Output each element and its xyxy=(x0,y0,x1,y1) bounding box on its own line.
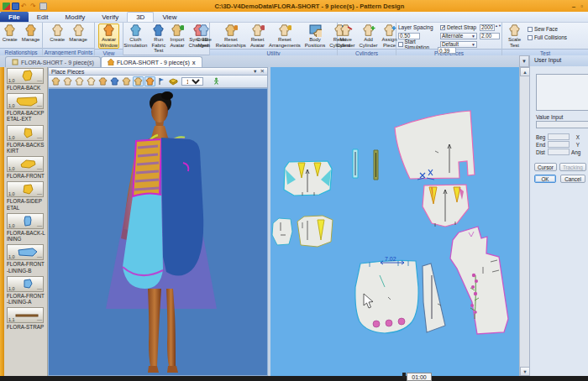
ribbon-group-view: Avatar Window View xyxy=(95,23,123,55)
video-playhead-marker[interactable] xyxy=(402,373,406,378)
user-input-listbox[interactable] xyxy=(536,74,588,111)
spinner-arrows-icon[interactable]: ▲▼ xyxy=(495,24,500,31)
body-positions-button[interactable]: Body Positions xyxy=(303,23,327,49)
reset-arrangements-button[interactable]: Reset Arrangements xyxy=(267,23,302,49)
detect-strap-spinner[interactable]: 2000▲▼ xyxy=(480,24,500,31)
save-icon[interactable] xyxy=(12,3,19,10)
piece-list-item[interactable]: 1,0— FLORA-BACKPETAL-EXT xyxy=(4,92,47,123)
create-mesh-button[interactable]: Create Mesh xyxy=(195,23,213,49)
dist-field[interactable] xyxy=(548,149,570,155)
box-tool-icon[interactable] xyxy=(168,76,179,86)
avatar-3d-render xyxy=(49,89,267,375)
reset-avatar-button[interactable]: Reset Avatar xyxy=(249,23,266,49)
menu-modify[interactable]: Modify xyxy=(57,12,94,22)
piece-list-item[interactable]: 1,0— FLORA-FRONT-LINING-B xyxy=(4,243,47,274)
full-collisions-checkbox-box[interactable] xyxy=(528,35,533,40)
piece-count-dropdown[interactable]: 1 xyxy=(181,77,203,86)
import-avatar-button[interactable]: Import Avatar xyxy=(168,23,186,49)
ang-label: Ang xyxy=(571,149,580,155)
piece-list-item[interactable]: 1,0— FLORA-BACK-LINING xyxy=(4,212,47,243)
viewport-3d[interactable] xyxy=(48,88,268,376)
mode-numeric-input[interactable]: 2.00 xyxy=(480,33,500,39)
redo-icon[interactable]: ↷ xyxy=(30,3,38,10)
print-icon[interactable] xyxy=(39,3,47,10)
avatar-window-button[interactable]: Avatar Window xyxy=(98,23,119,49)
beg-field[interactable] xyxy=(548,133,570,140)
place-piece-icon-9[interactable] xyxy=(144,76,155,86)
add-cylinder-button[interactable]: Add Cylinder xyxy=(358,23,380,49)
place-piece-icon-5[interactable] xyxy=(97,76,108,86)
ok-button[interactable]: OK xyxy=(534,175,556,183)
maximize-button[interactable]: ▫ xyxy=(580,3,583,10)
place-piece-icon-6[interactable] xyxy=(109,76,120,86)
scale-test-button[interactable]: Scale Test xyxy=(506,23,523,49)
home-icon xyxy=(108,59,114,65)
full-collisions-checkbox[interactable]: Full Collisions xyxy=(528,34,567,40)
menu-verify[interactable]: Verify xyxy=(93,12,127,22)
menu-bar: File Edit Modify Verify 3D View xyxy=(0,12,588,23)
tab-list-dropdown[interactable]: ▼ xyxy=(519,55,529,67)
piece-list-item[interactable]: 1,0— FLORA-SIDEPETAL xyxy=(4,180,47,211)
piece-list-item[interactable]: 1,1— FLORA-STRAP xyxy=(4,306,47,331)
tab-close-icon[interactable]: x xyxy=(192,60,196,65)
reset-relationships-button[interactable]: Reset Relationships xyxy=(214,23,248,49)
manage-arrangement-point-button[interactable]: Manage xyxy=(67,23,89,44)
place-pieces-toolbar-header[interactable]: Place Pieces ▼ ✕ xyxy=(48,67,268,76)
sew-face-checkbox[interactable]: Sew Face xyxy=(528,26,567,32)
place-piece-icon-8[interactable] xyxy=(133,76,144,86)
menu-edit[interactable]: Edit xyxy=(29,12,57,22)
menu-tab-3d[interactable]: 3D xyxy=(127,12,154,22)
viewport-2d[interactable]: 7.02 xyxy=(270,67,519,376)
tracking-button[interactable]: Tracking xyxy=(559,163,586,171)
cancel-button[interactable]: Cancel xyxy=(560,175,585,183)
toolbar-close-icon[interactable]: ✕ xyxy=(260,68,265,75)
detect-strap-checkbox[interactable]: Detect Strap xyxy=(440,24,477,30)
piece-thumbnail[interactable]: 1,0— xyxy=(7,156,44,172)
manage-relationship-button[interactable]: Manage xyxy=(20,23,42,44)
place-piece-icon-7[interactable] xyxy=(121,76,132,86)
run-fabric-test-button[interactable]: Run Fabric Test xyxy=(150,23,167,55)
piece-list-item[interactable]: 1,0— FLORA-FRONT xyxy=(4,155,47,180)
flag-tool-icon[interactable] xyxy=(156,76,167,86)
place-piece-icon-4[interactable] xyxy=(86,76,97,86)
piece-thumbnail[interactable]: 1,0— xyxy=(7,181,44,197)
piece-thumbnail[interactable]: 1,0— xyxy=(7,68,44,84)
piece-thumbnail[interactable]: 1,1— xyxy=(7,307,44,323)
video-progress-bar[interactable] xyxy=(0,376,588,381)
piece-thumbnail[interactable]: 1,0— xyxy=(7,213,44,229)
piece-thumbnail[interactable]: 1,0— xyxy=(7,125,44,141)
detect-strap-checkbox-box[interactable] xyxy=(440,25,445,30)
place-piece-icon-3[interactable] xyxy=(74,76,85,86)
sew-face-checkbox-box[interactable] xyxy=(528,27,533,32)
piece-thumbnail[interactable]: 1,0— xyxy=(7,244,44,260)
menu-file[interactable]: File xyxy=(0,12,29,22)
layer-spacing-input[interactable]: 0.39 xyxy=(438,47,456,54)
end-field[interactable] xyxy=(548,141,570,148)
piece-thumbnail[interactable]: 1,0— xyxy=(7,93,44,109)
undo-icon[interactable]: ↶ xyxy=(21,3,29,10)
walk-avatar-icon[interactable] xyxy=(211,76,222,86)
create-arrangement-point-button[interactable]: Create xyxy=(48,23,66,44)
cursor-button[interactable]: Cursor xyxy=(534,163,557,171)
menu-view[interactable]: View xyxy=(154,12,185,22)
minimize-button[interactable]: – xyxy=(572,3,575,10)
document-tab-inactive[interactable]: FLORA-SHORT - 9 piece(s) xyxy=(5,56,101,67)
piece-list-item[interactable]: 1,0— FLORA-FRONT-LINING-A xyxy=(4,275,47,306)
piece-list-item[interactable]: 1,0— FLORA-BACKSKIRT xyxy=(4,124,47,155)
toolbar-dropdown-icon[interactable]: ▼ xyxy=(253,69,257,74)
piece-thumbnail[interactable]: 1,0— xyxy=(7,276,44,292)
start-simulation-checkbox-box[interactable] xyxy=(398,42,403,47)
document-tab-active[interactable]: FLORA-SHORT - 9 piece(s) x xyxy=(101,56,202,67)
pattern-pieces-2d: 7.02 xyxy=(270,67,519,376)
value-input-field[interactable] xyxy=(536,121,588,128)
piece-shape-flora-sidepetal xyxy=(14,183,39,196)
place-piece-icon-2[interactable] xyxy=(62,76,73,86)
place-piece-icon-1[interactable] xyxy=(50,76,61,86)
piece-list-item[interactable]: 1,0— FLORA-BACK xyxy=(4,67,47,92)
cloth-simulation-button[interactable]: Cloth Simulation xyxy=(122,23,149,49)
move-cylinder-button[interactable]: Move Cylinder xyxy=(334,23,356,49)
vertical-scrollbar[interactable]: ▲ ▼ xyxy=(519,67,529,376)
create-relationship-button[interactable]: Create xyxy=(1,23,19,44)
mode-dropdown[interactable]: Alternate▼ xyxy=(440,33,477,39)
end-label: End xyxy=(536,142,546,148)
